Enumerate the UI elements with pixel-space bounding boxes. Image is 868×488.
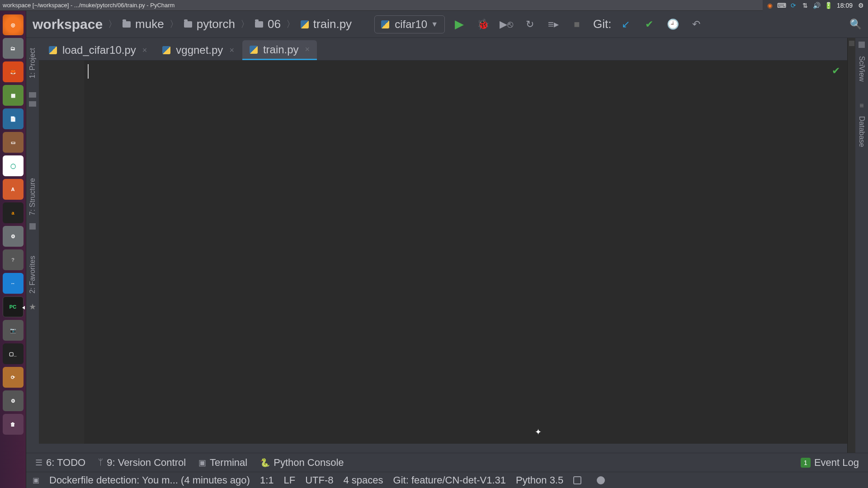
left-tool-window-tabs: 1: Project 7: Structure 2: Favorites ★ xyxy=(26,38,39,453)
terminal-icon: ▣ xyxy=(198,458,206,468)
folder-icon xyxy=(184,21,192,28)
status-git-branch[interactable]: Git: feature/CN-det-V1.31 xyxy=(393,474,506,486)
tool-tab-version-control[interactable]: ᛘ9: Version Control xyxy=(98,457,186,469)
launcher-dash-icon[interactable]: ◎ xyxy=(3,14,24,35)
launcher-settings-icon[interactable]: ⚙ xyxy=(3,226,24,247)
tool-tab-event-log[interactable]: 1 Event Log xyxy=(801,457,859,469)
launcher-terminal-icon[interactable]: ▢_ xyxy=(3,343,24,364)
launcher-chrome-icon[interactable]: ◯ xyxy=(3,155,24,176)
launcher-updater-icon[interactable]: ⟳ xyxy=(3,367,24,388)
tool-tab-todo[interactable]: ☰6: TODO xyxy=(35,457,85,469)
navigation-bar: workspace 〉 muke 〉 pytorch 〉 06 〉 train.… xyxy=(26,11,868,38)
status-caret-position[interactable]: 1:1 xyxy=(260,474,274,486)
status-python-interpreter[interactable]: Python 3.5 xyxy=(516,474,563,486)
favorites-star-icon: ★ xyxy=(29,302,36,312)
python-file-icon xyxy=(381,20,389,28)
search-everywhere-button[interactable]: 🔍 xyxy=(846,15,864,33)
launcher-firefox-icon[interactable]: 🦊 xyxy=(3,61,24,82)
structure-icon xyxy=(29,223,36,230)
run-configuration-selector[interactable]: cifar10 ▼ xyxy=(374,15,445,33)
tool-tab-sciview[interactable]: SciView xyxy=(858,56,866,82)
chevron-right-icon: 〉 xyxy=(241,18,250,30)
tool-tab-python-console[interactable]: 🐍Python Console xyxy=(260,457,344,469)
keyboard-icon[interactable]: ⌨ xyxy=(778,2,785,9)
sciview-icon xyxy=(859,42,865,48)
breadcrumb-item[interactable]: muke xyxy=(120,17,167,31)
debug-button[interactable]: 🐞 xyxy=(474,15,492,33)
launcher-files-icon[interactable]: 🗂 xyxy=(3,38,24,59)
launcher-pycharm-icon[interactable]: PC xyxy=(3,296,24,317)
close-icon[interactable]: × xyxy=(229,46,234,55)
tool-windows-icon[interactable]: ▣ xyxy=(33,476,39,484)
profile-button[interactable]: ↻ xyxy=(521,15,539,33)
vcs-revert-button[interactable]: ↶ xyxy=(687,15,705,33)
launcher-system-icon[interactable]: ⚙ xyxy=(3,390,24,411)
launcher-trash-icon[interactable]: 🗑 xyxy=(3,414,24,435)
tool-tab-terminal[interactable]: ▣Terminal xyxy=(198,457,247,469)
git-label: Git: xyxy=(593,17,611,31)
close-icon[interactable]: × xyxy=(305,45,310,54)
vcs-commit-button[interactable]: ✔ xyxy=(640,15,658,33)
window-title: workspace [~/workspace] - .../muke/pytor… xyxy=(3,2,175,9)
gear-icon[interactable]: ⚙ xyxy=(857,2,864,9)
status-inspector-icon[interactable] xyxy=(597,476,605,484)
launcher-calc-icon[interactable]: ▦ xyxy=(3,85,24,106)
launcher-impress-icon[interactable]: ▭ xyxy=(3,132,24,153)
breadcrumb-file[interactable]: train.py xyxy=(298,17,354,31)
project-collapsed-icon[interactable] xyxy=(29,92,36,98)
stop-button[interactable]: ■ xyxy=(568,15,586,33)
editor-tab[interactable]: vggnet.py × xyxy=(155,40,241,60)
vcs-history-button[interactable]: 🕘 xyxy=(664,15,682,33)
inspection-ok-icon[interactable]: ✔ xyxy=(832,65,840,77)
markers-icon xyxy=(849,41,854,46)
ubuntu-launcher: ◎ 🗂 🦊 ▦ 📄 ▭ ◯ A a ⚙ ? ↔ PC 📷 ▢_ ⟳ ⚙ 🗑 xyxy=(0,11,26,488)
updates-icon[interactable]: ◉ xyxy=(766,2,774,9)
right-tool-window-tabs: SciView ≡ Database xyxy=(855,38,868,453)
editor-scrollbar[interactable] xyxy=(847,38,855,453)
editor-body[interactable]: ✔ xyxy=(39,61,847,444)
os-title-bar: workspace [~/workspace] - .../muke/pytor… xyxy=(0,0,868,11)
event-count-badge: 1 xyxy=(801,458,811,468)
tool-tab-project[interactable]: 1: Project xyxy=(28,48,37,79)
editor-tab-label: load_cifar10.py xyxy=(62,44,136,56)
editor-gutter xyxy=(39,61,84,444)
tool-tab-favorites[interactable]: 2: Favorites xyxy=(28,256,37,294)
close-icon[interactable]: × xyxy=(142,46,147,55)
volume-icon[interactable]: 🔊 xyxy=(813,2,821,9)
editor-breadcrumb-bar xyxy=(39,444,847,453)
status-bar: ▣ Dockerfile detection: You m... (4 minu… xyxy=(26,472,868,488)
launcher-amazon-icon[interactable]: a xyxy=(3,202,24,223)
launcher-teamviewer-icon[interactable]: ↔ xyxy=(3,273,24,294)
status-indent[interactable]: 4 spaces xyxy=(344,474,383,486)
launcher-help-icon[interactable]: ? xyxy=(3,249,24,270)
run-with-coverage-button[interactable]: ▶⎋ xyxy=(497,15,515,33)
battery-icon[interactable]: 🔋 xyxy=(825,2,832,9)
editor-tab-label: train.py xyxy=(263,43,299,56)
status-encoding[interactable]: UTF-8 xyxy=(305,474,333,486)
project-collapsed-icon[interactable] xyxy=(29,101,36,107)
run-button[interactable]: ▶ xyxy=(450,15,468,33)
launcher-store-icon[interactable]: A xyxy=(3,179,24,200)
breadcrumb-root[interactable]: workspace xyxy=(30,17,105,32)
editor-tab-bar: load_cifar10.py × vggnet.py × train.py × xyxy=(39,38,847,61)
clock[interactable]: 18:09 xyxy=(837,2,853,9)
launcher-writer-icon[interactable]: 📄 xyxy=(3,108,24,129)
attach-button[interactable]: ≡▸ xyxy=(544,15,562,33)
tool-tab-structure[interactable]: 7: Structure xyxy=(28,178,37,216)
status-readonly-icon[interactable] xyxy=(573,476,581,484)
sync-icon[interactable]: ⟳ xyxy=(790,2,797,9)
editor-tab[interactable]: load_cifar10.py × xyxy=(42,40,154,60)
python-file-icon xyxy=(250,46,258,54)
breadcrumb-item[interactable]: 06 xyxy=(252,17,283,31)
editor-tab-active[interactable]: train.py × xyxy=(242,40,317,60)
vcs-update-button[interactable]: ↙ xyxy=(617,15,635,33)
status-message[interactable]: Dockerfile detection: You m... (4 minute… xyxy=(49,474,250,486)
editor-text-area[interactable] xyxy=(84,61,847,444)
network-icon[interactable]: ⇅ xyxy=(802,2,809,9)
tool-tab-database[interactable]: Database xyxy=(858,116,866,147)
breadcrumb-item[interactable]: pytorch xyxy=(181,17,238,31)
python-file-icon xyxy=(301,20,309,28)
status-line-separator[interactable]: LF xyxy=(284,474,296,486)
launcher-camera-icon[interactable]: 📷 xyxy=(3,320,24,341)
editor-area: load_cifar10.py × vggnet.py × train.py × xyxy=(39,38,847,453)
